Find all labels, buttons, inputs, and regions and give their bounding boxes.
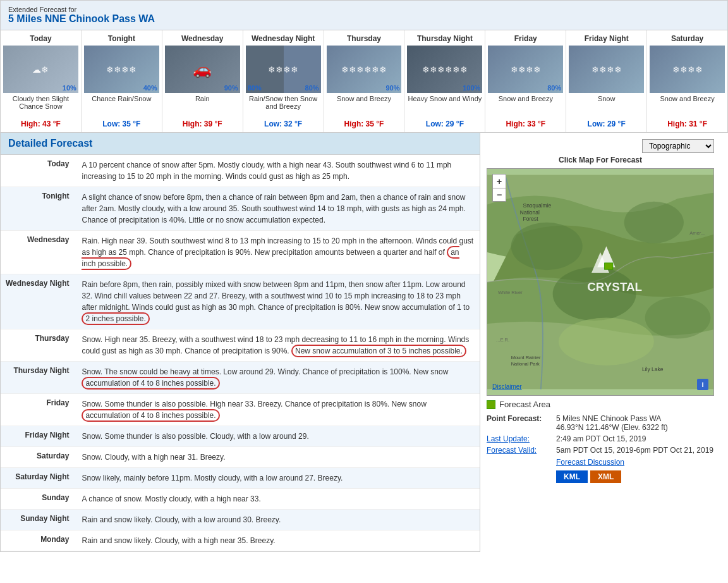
period-today: Today xyxy=(1,155,76,187)
temp-wednesday: High: 39 °F xyxy=(165,120,240,128)
weather-image-wednesday: 🚗 90% xyxy=(165,46,240,93)
snowflake-icon: ❄ xyxy=(460,64,468,75)
point-forecast-section: Point Forecast: 5 Miles NNE Chinook Pass… xyxy=(487,414,714,483)
weather-image-wednesday-night: ❄ ❄ ❄ ❄ 80% 80% xyxy=(246,46,321,93)
forecast-area-icon xyxy=(487,400,495,409)
precip-tonight: 40% xyxy=(143,84,157,92)
detail-friday-night: Snow. Some thunder is also possible. Clo… xyxy=(76,426,480,447)
snowflake-icon: ❄ xyxy=(129,64,136,75)
snowflake-icon: ❄ xyxy=(283,64,291,75)
kml-button[interactable]: KML xyxy=(556,470,588,483)
snowflake-icon: ❄ xyxy=(526,64,533,75)
snowflake-icon: ❄ xyxy=(533,64,541,75)
forecast-day-saturday: Saturday ❄ ❄ ❄ ❄ Snow and Breezy High: 3… xyxy=(647,30,727,132)
forecast-discussion-link[interactable]: Forecast Discussion xyxy=(556,458,624,467)
svg-text:White River: White River xyxy=(498,290,523,295)
table-row: Wednesday Rain. High near 39. South sout… xyxy=(1,231,480,274)
forecast-day-friday-night: Friday Night ❄ ❄ ❄ ❄ Snow Low: 29 °F xyxy=(566,30,647,132)
day-label-wednesday: Wednesday xyxy=(165,34,240,43)
detail-saturday-night: Snow likely, mainly before 11pm. Mostly … xyxy=(76,468,480,489)
table-row: Friday Snow. Some thunder is also possib… xyxy=(1,394,480,426)
highlight-friday: accumulation of 4 to 8 inches possible. xyxy=(82,409,219,422)
snowflake-icon: ❄ xyxy=(592,64,599,75)
period-sunday-night: Sunday Night xyxy=(1,510,76,531)
condition-today: Cloudy then Slight Chance Snow xyxy=(3,95,78,118)
precip-wednesdaynight-right: 80% xyxy=(305,84,319,92)
temp-friday: High: 33 °F xyxy=(488,120,563,128)
map-container[interactable]: Snoqualmie National Forest Lily Lake Mou… xyxy=(487,168,714,396)
table-row: Monday Rain and snow likely. Cloudy, wit… xyxy=(1,531,480,551)
map-disclaimer-link[interactable]: Disclaimer xyxy=(492,383,522,390)
table-row: Sunday A chance of snow. Mostly cloudy, … xyxy=(1,489,480,510)
forecast-day-tonight: Tonight ❄ ❄ ❄ ❄ 40% Chance Rain/Snow Low… xyxy=(82,30,162,132)
svg-text:National Park: National Park xyxy=(511,361,540,367)
forecast-day-wednesday: Wednesday 🚗 90% Rain High: 39 °F xyxy=(162,30,243,132)
svg-point-3 xyxy=(553,267,636,321)
snowflake-icon: ❄ xyxy=(680,64,688,75)
table-row: Saturday Night Snow likely, mainly befor… xyxy=(1,468,480,489)
snowflake-icon: ❄ xyxy=(41,64,49,75)
forecast-valid-value: 5am PDT Oct 15, 2019-6pm PDT Oct 21, 201… xyxy=(556,446,713,455)
snowflake-icon: ❄ xyxy=(607,64,614,75)
detail-thursday: Snow. High near 35. Breezy, with a south… xyxy=(76,329,480,362)
svg-point-5 xyxy=(559,318,654,365)
precip-thursday: 90% xyxy=(385,84,399,92)
highlight-wednesday-night: 2 inches possible. xyxy=(82,312,149,325)
period-friday-night: Friday Night xyxy=(1,426,76,447)
period-monday: Monday xyxy=(1,531,76,551)
day-label-friday: Friday xyxy=(488,34,563,43)
detail-sunday: A chance of snow. Mostly cloudy, with a … xyxy=(76,489,480,510)
snowflake-icon: ❄ xyxy=(430,64,437,75)
snowflake-icon: ❄ xyxy=(291,64,298,75)
period-wednesday-night: Wednesday Night xyxy=(1,274,76,329)
day-label-tonight: Tonight xyxy=(84,34,159,43)
map-info-button[interactable]: i xyxy=(697,379,708,390)
condition-saturday: Snow and Breezy xyxy=(650,95,725,118)
cloud-icon: ☁ xyxy=(32,64,41,75)
day-label-thursday: Thursday xyxy=(327,34,402,43)
svg-point-4 xyxy=(645,297,711,339)
detail-tonight: A slight chance of snow before 8pm, then… xyxy=(76,187,480,231)
temp-thursday-night: Low: 29 °F xyxy=(407,120,482,128)
condition-tonight: Chance Rain/Snow xyxy=(84,95,159,118)
svg-text:National: National xyxy=(520,209,540,216)
snowflake-icon: ❄ xyxy=(276,64,283,75)
precip-wednesdaynight-left: 80% xyxy=(248,84,262,92)
snowflake-icon: ❄ xyxy=(422,64,430,75)
table-row: Friday Night Snow. Some thunder is also … xyxy=(1,426,480,447)
point-forecast-row: Point Forecast: 5 Miles NNE Chinook Pass… xyxy=(487,414,714,432)
highlight-thursday-night: accumulation of 4 to 8 inches possible. xyxy=(82,377,219,390)
xml-button[interactable]: XML xyxy=(590,470,621,483)
precip-wednesday: 90% xyxy=(224,84,238,92)
weather-image-saturday: ❄ ❄ ❄ ❄ xyxy=(650,46,725,93)
forecast-day-thursday-night: Thursday Night ❄ ❄ ❄ ❄ ❄ ❄ 100% Heavy Sn… xyxy=(404,30,485,132)
forecast-valid-link[interactable]: Forecast Valid: xyxy=(487,446,556,455)
snowflake-icon: ❄ xyxy=(379,64,387,75)
detail-wednesday: Rain. High near 39. South southwest wind… xyxy=(76,231,480,274)
svg-point-2 xyxy=(624,202,684,243)
day-label-wednesday-night: Wednesday Night xyxy=(246,34,321,43)
weather-image-tonight: ❄ ❄ ❄ ❄ 40% xyxy=(84,46,159,93)
zoom-in-button[interactable]: + xyxy=(492,174,506,188)
condition-friday-night: Snow xyxy=(569,95,644,118)
zoom-out-button[interactable]: − xyxy=(492,188,506,202)
condition-friday: Snow and Breezy xyxy=(488,95,563,118)
svg-text:CRYSTAL: CRYSTAL xyxy=(587,280,642,293)
main-layout: Detailed Forecast Today A 10 percent cha… xyxy=(0,133,728,552)
data-buttons: KML XML xyxy=(556,470,714,483)
last-update-link[interactable]: Last Update: xyxy=(487,434,556,443)
snowflake-icon: ❄ xyxy=(518,64,526,75)
day-label-thursday-night: Thursday Night xyxy=(407,34,482,43)
svg-text:Lily Lake: Lily Lake xyxy=(642,366,664,372)
temp-tonight: Low: 35 °F xyxy=(84,120,159,128)
weather-image-thursday: ❄ ❄ ❄ ❄ ❄ ❄ 90% xyxy=(327,46,402,93)
period-sunday: Sunday xyxy=(1,489,76,510)
day-label-saturday: Saturday xyxy=(650,34,725,43)
svg-text:Snoqualmie: Snoqualmie xyxy=(523,202,552,209)
snowflake-icon: ❄ xyxy=(452,64,460,75)
map-type-select[interactable]: Topographic Satellite Radar xyxy=(642,139,714,153)
temp-friday-night: Low: 29 °F xyxy=(569,120,644,128)
condition-thursday: Snow and Breezy xyxy=(327,95,402,118)
forecast-discussion-row: Forecast Discussion xyxy=(556,457,714,467)
day-label-friday-night: Friday Night xyxy=(569,34,644,43)
